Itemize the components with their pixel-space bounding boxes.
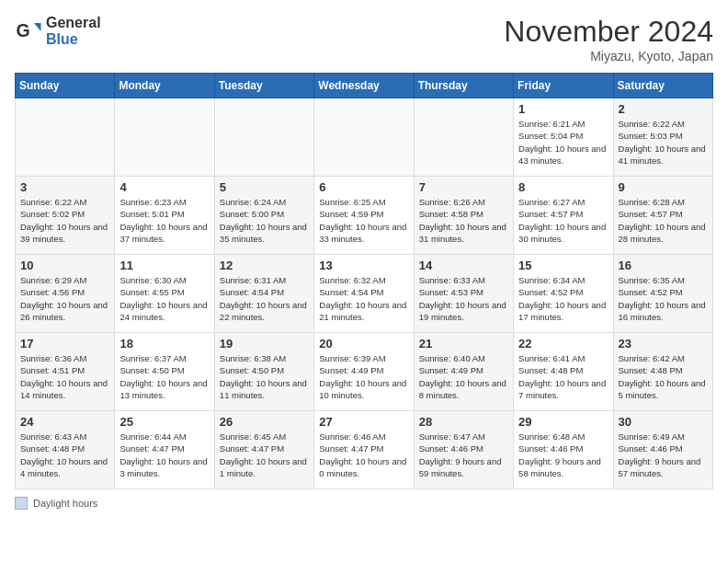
day-number: 30 xyxy=(619,415,708,429)
cell-w4-d0: 24Sunrise: 6:43 AM Sunset: 4:48 PM Dayli… xyxy=(16,411,115,489)
day-number: 20 xyxy=(319,337,408,350)
legend: Daylight hours xyxy=(15,497,713,510)
calendar-header-row: Sunday Monday Tuesday Wednesday Thursday… xyxy=(16,74,713,98)
day-number: 6 xyxy=(319,180,408,194)
day-info: Sunrise: 6:33 AM Sunset: 4:53 PM Dayligh… xyxy=(419,274,508,323)
day-info: Sunrise: 6:37 AM Sunset: 4:50 PM Dayligh… xyxy=(119,352,209,401)
col-thursday: Thursday xyxy=(414,74,513,98)
page-header: G General Blue November 2024 Miyazu, Kyo… xyxy=(15,15,713,63)
day-info: Sunrise: 6:28 AM Sunset: 4:57 PM Dayligh… xyxy=(619,196,708,245)
cell-w0-d4 xyxy=(414,98,513,177)
cell-w0-d3 xyxy=(314,98,414,177)
day-info: Sunrise: 6:44 AM Sunset: 4:47 PM Dayligh… xyxy=(119,431,209,479)
cell-w3-d2: 19Sunrise: 6:38 AM Sunset: 4:50 PM Dayli… xyxy=(214,333,313,411)
day-number: 11 xyxy=(119,259,209,272)
cell-w2-d0: 10Sunrise: 6:29 AM Sunset: 4:56 PM Dayli… xyxy=(16,255,115,333)
day-number: 10 xyxy=(20,259,109,272)
day-info: Sunrise: 6:34 AM Sunset: 4:52 PM Dayligh… xyxy=(518,274,608,323)
day-number: 17 xyxy=(20,337,109,350)
cell-w2-d5: 15Sunrise: 6:34 AM Sunset: 4:52 PM Dayli… xyxy=(514,255,613,333)
cell-w1-d6: 9Sunrise: 6:28 AM Sunset: 4:57 PM Daylig… xyxy=(613,177,712,255)
cell-w1-d1: 4Sunrise: 6:23 AM Sunset: 5:01 PM Daylig… xyxy=(115,177,214,255)
day-info: Sunrise: 6:38 AM Sunset: 4:50 PM Dayligh… xyxy=(220,352,309,401)
logo: G General Blue xyxy=(15,15,101,48)
legend-label: Daylight hours xyxy=(33,498,97,509)
cell-w1-d2: 5Sunrise: 6:24 AM Sunset: 5:00 PM Daylig… xyxy=(214,177,313,255)
cell-w2-d6: 16Sunrise: 6:35 AM Sunset: 4:52 PM Dayli… xyxy=(613,255,712,333)
calendar-title: November 2024 xyxy=(504,15,713,49)
day-number: 7 xyxy=(419,180,508,194)
logo-icon: G xyxy=(15,17,42,45)
svg-marker-1 xyxy=(34,23,41,31)
day-number: 4 xyxy=(119,180,209,194)
day-info: Sunrise: 6:24 AM Sunset: 5:00 PM Dayligh… xyxy=(220,196,309,245)
week-row-2: 10Sunrise: 6:29 AM Sunset: 4:56 PM Dayli… xyxy=(16,255,713,333)
cell-w3-d5: 22Sunrise: 6:41 AM Sunset: 4:48 PM Dayli… xyxy=(514,333,613,411)
day-number: 21 xyxy=(419,337,508,350)
day-info: Sunrise: 6:23 AM Sunset: 5:01 PM Dayligh… xyxy=(119,196,209,245)
day-info: Sunrise: 6:26 AM Sunset: 4:58 PM Dayligh… xyxy=(419,196,508,245)
day-number: 19 xyxy=(220,337,309,350)
cell-w4-d6: 30Sunrise: 6:49 AM Sunset: 4:46 PM Dayli… xyxy=(613,411,712,489)
legend-box xyxy=(15,497,28,510)
day-number: 25 xyxy=(119,415,209,429)
day-number: 1 xyxy=(518,102,608,116)
week-row-3: 17Sunrise: 6:36 AM Sunset: 4:51 PM Dayli… xyxy=(16,333,713,411)
day-number: 5 xyxy=(220,180,309,194)
cell-w3-d4: 21Sunrise: 6:40 AM Sunset: 4:49 PM Dayli… xyxy=(414,333,513,411)
day-info: Sunrise: 6:43 AM Sunset: 4:48 PM Dayligh… xyxy=(20,431,109,479)
day-number: 28 xyxy=(419,415,508,429)
cell-w1-d0: 3Sunrise: 6:22 AM Sunset: 5:02 PM Daylig… xyxy=(16,177,115,255)
calendar-subtitle: Miyazu, Kyoto, Japan xyxy=(504,49,713,63)
cell-w0-d6: 2Sunrise: 6:22 AM Sunset: 5:03 PM Daylig… xyxy=(613,98,712,177)
cell-w1-d4: 7Sunrise: 6:26 AM Sunset: 4:58 PM Daylig… xyxy=(414,177,513,255)
day-info: Sunrise: 6:40 AM Sunset: 4:49 PM Dayligh… xyxy=(419,352,508,401)
cell-w3-d3: 20Sunrise: 6:39 AM Sunset: 4:49 PM Dayli… xyxy=(314,333,414,411)
svg-text:G: G xyxy=(17,20,30,40)
day-number: 9 xyxy=(619,180,708,194)
cell-w3-d1: 18Sunrise: 6:37 AM Sunset: 4:50 PM Dayli… xyxy=(115,333,214,411)
day-info: Sunrise: 6:30 AM Sunset: 4:55 PM Dayligh… xyxy=(119,274,209,323)
week-row-0: 1Sunrise: 6:21 AM Sunset: 5:04 PM Daylig… xyxy=(16,98,713,177)
cell-w4-d2: 26Sunrise: 6:45 AM Sunset: 4:47 PM Dayli… xyxy=(214,411,313,489)
cell-w4-d1: 25Sunrise: 6:44 AM Sunset: 4:47 PM Dayli… xyxy=(115,411,214,489)
day-number: 29 xyxy=(518,415,608,429)
col-wednesday: Wednesday xyxy=(314,74,414,98)
cell-w4-d3: 27Sunrise: 6:46 AM Sunset: 4:47 PM Dayli… xyxy=(314,411,414,489)
day-number: 12 xyxy=(220,259,309,272)
col-saturday: Saturday xyxy=(613,74,712,98)
day-number: 22 xyxy=(518,337,608,350)
day-info: Sunrise: 6:47 AM Sunset: 4:46 PM Dayligh… xyxy=(419,431,508,479)
cell-w1-d3: 6Sunrise: 6:25 AM Sunset: 4:59 PM Daylig… xyxy=(314,177,414,255)
day-info: Sunrise: 6:22 AM Sunset: 5:03 PM Dayligh… xyxy=(619,118,708,167)
day-number: 23 xyxy=(619,337,708,350)
day-info: Sunrise: 6:46 AM Sunset: 4:47 PM Dayligh… xyxy=(319,431,408,479)
calendar-table: Sunday Monday Tuesday Wednesday Thursday… xyxy=(15,73,713,489)
logo-blue: Blue xyxy=(46,31,78,47)
day-info: Sunrise: 6:22 AM Sunset: 5:02 PM Dayligh… xyxy=(20,196,109,245)
day-info: Sunrise: 6:41 AM Sunset: 4:48 PM Dayligh… xyxy=(518,352,608,401)
cell-w2-d1: 11Sunrise: 6:30 AM Sunset: 4:55 PM Dayli… xyxy=(115,255,214,333)
day-info: Sunrise: 6:31 AM Sunset: 4:54 PM Dayligh… xyxy=(220,274,309,323)
day-number: 13 xyxy=(319,259,408,272)
day-number: 18 xyxy=(119,337,209,350)
week-row-4: 24Sunrise: 6:43 AM Sunset: 4:48 PM Dayli… xyxy=(16,411,713,489)
cell-w4-d4: 28Sunrise: 6:47 AM Sunset: 4:46 PM Dayli… xyxy=(414,411,513,489)
cell-w3-d0: 17Sunrise: 6:36 AM Sunset: 4:51 PM Dayli… xyxy=(16,333,115,411)
cell-w4-d5: 29Sunrise: 6:48 AM Sunset: 4:46 PM Dayli… xyxy=(514,411,613,489)
cell-w0-d5: 1Sunrise: 6:21 AM Sunset: 5:04 PM Daylig… xyxy=(514,98,613,177)
day-info: Sunrise: 6:39 AM Sunset: 4:49 PM Dayligh… xyxy=(319,352,408,401)
day-info: Sunrise: 6:27 AM Sunset: 4:57 PM Dayligh… xyxy=(518,196,608,245)
day-number: 8 xyxy=(518,180,608,194)
day-info: Sunrise: 6:25 AM Sunset: 4:59 PM Dayligh… xyxy=(319,196,408,245)
cell-w2-d2: 12Sunrise: 6:31 AM Sunset: 4:54 PM Dayli… xyxy=(214,255,313,333)
week-row-1: 3Sunrise: 6:22 AM Sunset: 5:02 PM Daylig… xyxy=(16,177,713,255)
day-number: 14 xyxy=(419,259,508,272)
day-info: Sunrise: 6:29 AM Sunset: 4:56 PM Dayligh… xyxy=(20,274,109,323)
day-info: Sunrise: 6:42 AM Sunset: 4:48 PM Dayligh… xyxy=(619,352,708,401)
cell-w0-d1 xyxy=(115,98,214,177)
col-tuesday: Tuesday xyxy=(214,74,313,98)
col-friday: Friday xyxy=(514,74,613,98)
day-info: Sunrise: 6:32 AM Sunset: 4:54 PM Dayligh… xyxy=(319,274,408,323)
cell-w0-d2 xyxy=(214,98,313,177)
